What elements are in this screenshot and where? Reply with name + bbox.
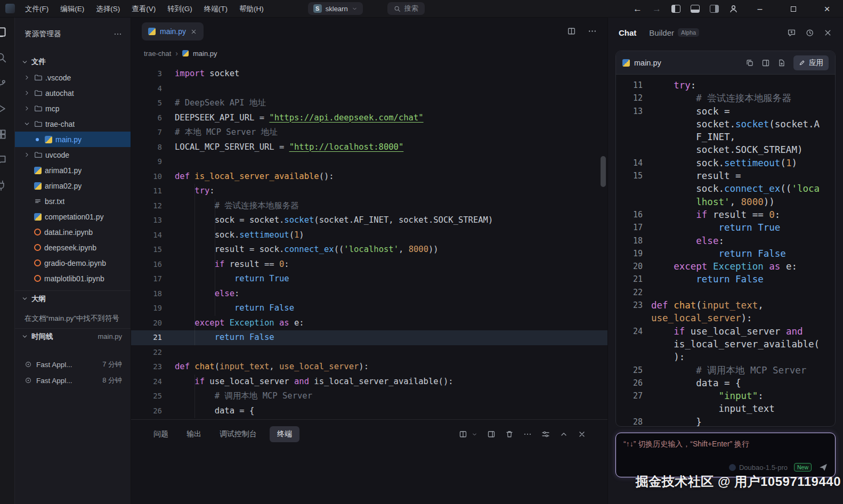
code-text[interactable]: return True	[175, 272, 289, 287]
code-text[interactable]: if use_local_server and is_local_server_…	[175, 375, 453, 389]
activity-ext-icon[interactable]	[0, 128, 7, 140]
filter-icon[interactable]	[541, 430, 550, 438]
code-text[interactable]: # 调用本地 MCP Server	[651, 364, 823, 377]
code-text[interactable]: }	[651, 416, 823, 426]
code-text[interactable]: result = sock.connect_ex(('localhost', 8…	[651, 169, 823, 208]
model-selector[interactable]: Doubao-1.5-pro	[729, 464, 788, 472]
file-tree-item-.vscode[interactable]: .vscode	[15, 70, 131, 85]
code-text[interactable]: return False	[651, 273, 823, 286]
code-text[interactable]: return True	[651, 221, 823, 234]
code-text[interactable]: except Exception as e:	[651, 260, 823, 273]
code-text[interactable]: else:	[175, 287, 239, 302]
file-tree-item-trae-chat[interactable]: trae-chat	[15, 116, 131, 132]
code-text[interactable]: # 本地 MCP Server 地址	[175, 125, 278, 140]
close-window-button[interactable]: ×	[815, 0, 839, 18]
menu-item-3[interactable]: 查看(V)	[126, 0, 161, 18]
code-text[interactable]: return False	[175, 330, 274, 345]
more-icon[interactable]	[114, 30, 122, 38]
file-tree-item-arima01.py[interactable]: arima01.py	[15, 162, 131, 178]
file-tree-item-uvcode[interactable]: uvcode	[15, 147, 131, 162]
file-tree-item-deepseek.ipynb[interactable]: deepseek.ipynb	[15, 240, 131, 255]
panel-tab-1[interactable]: 输出	[181, 426, 207, 442]
close-chat-icon[interactable]	[823, 28, 832, 37]
file-tree-item-mcp[interactable]: mcp	[15, 101, 131, 116]
breadcrumb-folder[interactable]: trae-chat	[144, 50, 171, 58]
new-file-icon[interactable]	[777, 59, 786, 67]
files-section-header[interactable]: 文件	[15, 54, 131, 70]
panel-tab-3[interactable]: 终端	[270, 426, 299, 442]
code-text[interactable]: def is_local_server_available():	[175, 169, 334, 184]
code-text[interactable]: data = {	[651, 377, 823, 389]
scrollbar-thumb[interactable]	[601, 156, 606, 187]
close-tab-icon[interactable]	[190, 28, 197, 35]
code-text[interactable]: def chat(input_text, use_local_server):	[651, 299, 823, 325]
toggle-bottom-panel-icon[interactable]	[691, 5, 700, 13]
outline-section-header[interactable]: 大纲	[15, 290, 131, 306]
code-text[interactable]	[651, 286, 823, 299]
file-tree-item-competation01.py[interactable]: competation01.py	[15, 209, 131, 224]
new-chat-icon[interactable]	[787, 28, 796, 37]
copy-icon[interactable]	[745, 59, 754, 67]
file-tree-item-dataLine.ipynb[interactable]: dataLine.ipynb	[15, 224, 131, 240]
code-text[interactable]: def chat(input_text, use_local_server):	[175, 360, 369, 375]
breadcrumb-file[interactable]: main.py	[193, 50, 217, 58]
code-text[interactable]: # 尝试连接本地服务器	[651, 92, 823, 104]
account-icon[interactable]	[729, 4, 738, 13]
menu-item-1[interactable]: 编辑(E)	[54, 0, 90, 18]
panel-layout-icon[interactable]	[487, 430, 496, 438]
back-icon[interactable]: ←	[633, 4, 642, 13]
history-icon[interactable]	[805, 28, 814, 37]
code-text[interactable]: return False	[651, 247, 823, 260]
file-tree-item-bsr.txt[interactable]: bsr.txt	[15, 193, 131, 209]
tab-builder[interactable]: Builder Alpha	[649, 28, 699, 37]
timeline-section-header[interactable]: 时间线 main.py	[15, 328, 131, 344]
file-tree-item-arima02.py[interactable]: arima02.py	[15, 178, 131, 193]
apply-button[interactable]: 应用	[793, 55, 829, 70]
project-selector[interactable]: S sklearn	[308, 2, 363, 15]
more-panel-icon[interactable]	[523, 430, 532, 438]
toggle-left-sidebar-icon[interactable]	[671, 5, 680, 13]
file-tree-item-matplotlib01.ipynb[interactable]: matplotlib01.ipynb	[15, 271, 131, 286]
code-text[interactable]: if result == 0:	[651, 208, 823, 221]
menu-item-4[interactable]: 转到(G)	[161, 0, 198, 18]
code-text[interactable]: data = {	[175, 404, 254, 419]
code-text[interactable]: LOCAL_MCP_SERVER_URL = "http://localhost…	[175, 140, 403, 155]
timeline-entry-0[interactable]: Fast Appl...7 分钟	[15, 357, 131, 372]
panel-tab-0[interactable]: 问题	[148, 426, 174, 442]
code-text[interactable]: try:	[651, 79, 823, 92]
terminal-dropdown-icon[interactable]	[472, 432, 477, 437]
code-text[interactable]: sock = socket.socket(socket.AF_INET, soc…	[651, 105, 823, 157]
breadcrumb[interactable]: trae-chat › main.py	[131, 45, 607, 61]
insert-code-icon[interactable]	[761, 59, 770, 67]
trash-icon[interactable]	[505, 430, 514, 438]
code-text[interactable]: import socket	[175, 67, 239, 82]
menu-item-5[interactable]: 终端(T)	[198, 0, 233, 18]
activity-search-icon[interactable]	[0, 52, 7, 63]
maximize-panel-icon[interactable]	[560, 430, 568, 438]
toggle-right-sidebar-icon[interactable]	[710, 5, 719, 13]
activity-bubble-icon[interactable]	[0, 154, 7, 166]
file-tree-item-main.py[interactable]: main.py	[15, 132, 131, 147]
code-editor[interactable]: 3import socket45# DeepSeek API 地址6DEEPSE…	[131, 61, 607, 419]
more-actions-icon[interactable]	[588, 27, 597, 36]
file-tree-item-autochat[interactable]: autochat	[15, 85, 131, 101]
split-terminal-icon[interactable]	[459, 430, 467, 438]
timeline-entry-1[interactable]: Fast Appl...8 分钟	[15, 373, 131, 388]
tab-chat[interactable]: Chat	[619, 28, 636, 37]
file-tree-item-gradio-demo.ipynb[interactable]: gradio-demo.ipynb	[15, 255, 131, 271]
chat-input[interactable]: “↑↓” 切换历史输入，“Shift+Enter” 换行 Doubao-1.5-…	[615, 433, 836, 477]
code-text[interactable]: sock = socket.socket(socket.AF_INET, soc…	[175, 213, 493, 228]
activity-branch-icon[interactable]	[0, 77, 7, 89]
minimize-button[interactable]: –	[748, 0, 772, 18]
code-text[interactable]: DEEPSEEK_API_URL = "https://api.deepseek…	[175, 111, 424, 126]
forward-icon[interactable]: →	[652, 4, 661, 13]
menu-item-6[interactable]: 帮助(H)	[233, 0, 270, 18]
code-text[interactable]: # 调用本地 MCP Server	[175, 389, 312, 404]
code-text[interactable]: # DeepSeek API 地址	[175, 96, 266, 111]
code-text[interactable]: # 尝试连接本地服务器	[175, 199, 299, 214]
global-search-box[interactable]: 搜索	[387, 2, 425, 15]
maximize-button[interactable]	[782, 0, 805, 18]
code-text[interactable]: return False	[175, 301, 294, 316]
activity-plug-icon[interactable]	[0, 180, 7, 191]
code-text[interactable]: sock.settimeout(1)	[651, 157, 823, 169]
